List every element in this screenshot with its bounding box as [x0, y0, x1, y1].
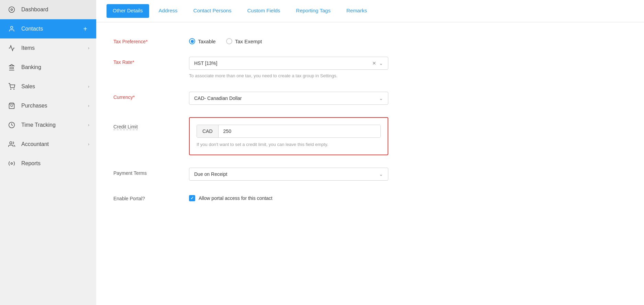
sidebar-item-dashboard-label: Dashboard [21, 7, 89, 13]
sidebar-item-contacts[interactable]: Contacts + [0, 19, 96, 38]
items-icon [7, 43, 16, 53]
svg-point-14 [11, 163, 13, 165]
sales-icon [7, 82, 16, 91]
time-tracking-chevron-icon: › [88, 123, 89, 127]
tax-rate-row: Tax Rate* HST [13%] ✕ ⌄ To associate mor… [113, 57, 627, 79]
tab-bar: Other Details Address Contact Persons Cu… [96, 0, 644, 22]
currency-select[interactable]: CAD- Canadian Dollar ⌄ [189, 92, 388, 105]
tab-custom-fields[interactable]: Custom Fields [241, 0, 286, 22]
currency-actions: ⌄ [379, 95, 383, 101]
items-chevron-icon: › [88, 46, 89, 50]
credit-limit-input-group: CAD [197, 125, 381, 138]
main-content: Other Details Address Contact Persons Cu… [96, 0, 644, 305]
tab-contact-persons[interactable]: Contact Persons [187, 0, 238, 22]
sidebar-item-contacts-label: Contacts [21, 26, 81, 32]
dashboard-icon [7, 5, 16, 14]
credit-limit-input[interactable] [219, 125, 380, 137]
credit-limit-control: CAD If you don't want to set a credit li… [189, 117, 388, 156]
svg-point-10 [14, 89, 14, 90]
sidebar-item-sales[interactable]: Sales › [0, 77, 96, 96]
contacts-add-button[interactable]: + [81, 25, 89, 33]
sidebar: Dashboard Contacts + Items › Banking [0, 0, 96, 305]
enable-portal-checkbox[interactable] [189, 195, 195, 201]
payment-terms-chevron-icon: ⌄ [379, 171, 383, 177]
purchases-chevron-icon: › [88, 103, 89, 108]
sidebar-item-time-tracking[interactable]: Time Tracking › [0, 115, 96, 135]
payment-terms-control: Due on Receipt ⌄ [189, 168, 388, 181]
svg-point-2 [11, 26, 13, 29]
credit-limit-label-wrapper: Credit Limit [113, 117, 189, 130]
tab-remarks[interactable]: Remarks [340, 0, 373, 22]
svg-point-9 [11, 89, 11, 90]
tax-rate-control: HST [13%] ✕ ⌄ To associate more than one… [189, 57, 388, 79]
sidebar-item-reports-label: Reports [21, 160, 89, 167]
tax-preference-radio-group: Taxable Tax Exempt [189, 36, 388, 44]
payment-terms-value: Due on Receipt [194, 171, 379, 177]
accountant-icon [7, 139, 16, 149]
credit-limit-box: CAD If you don't want to set a credit li… [189, 117, 388, 156]
tax-rate-clear-icon[interactable]: ✕ [372, 60, 376, 66]
tab-other-details[interactable]: Other Details [107, 4, 149, 18]
radio-taxable[interactable]: Taxable [189, 38, 216, 44]
sidebar-item-items-label: Items [21, 45, 88, 51]
radio-taxable-label: Taxable [198, 38, 216, 44]
currency-value: CAD- Canadian Dollar [194, 95, 379, 101]
currency-control: CAD- Canadian Dollar ⌄ [189, 92, 388, 105]
time-tracking-icon [7, 120, 16, 130]
tax-rate-select[interactable]: HST [13%] ✕ ⌄ [189, 57, 388, 70]
svg-point-1 [11, 9, 13, 11]
svg-point-13 [10, 142, 12, 144]
payment-terms-row: Payment Terms Due on Receipt ⌄ [113, 168, 627, 181]
sidebar-item-items[interactable]: Items › [0, 38, 96, 58]
sidebar-item-sales-label: Sales [21, 83, 88, 90]
sidebar-item-reports[interactable]: Reports [0, 154, 96, 173]
tax-rate-actions: ✕ ⌄ [372, 60, 383, 66]
currency-chevron-icon: ⌄ [379, 95, 383, 101]
tax-preference-control: Taxable Tax Exempt [189, 36, 388, 44]
credit-limit-row: Credit Limit CAD If you don't want to se… [113, 117, 627, 156]
tax-rate-chevron-icon: ⌄ [379, 60, 383, 66]
radio-tax-exempt-label: Tax Exempt [235, 38, 262, 44]
reports-icon [7, 159, 16, 168]
tab-address[interactable]: Address [153, 0, 184, 22]
enable-portal-control: Allow portal access for this contact [189, 193, 388, 201]
currency-row: Currency* CAD- Canadian Dollar ⌄ [113, 92, 627, 105]
svg-point-0 [9, 7, 15, 13]
form-area: Tax Preference* Taxable Tax Exempt Tax R… [96, 22, 644, 305]
tax-rate-value: HST [13%] [194, 60, 372, 66]
payment-terms-actions: ⌄ [379, 171, 383, 177]
sidebar-item-purchases-label: Purchases [21, 103, 88, 109]
credit-limit-hint: If you don't want to set a credit limit,… [197, 141, 381, 148]
sidebar-item-dashboard[interactable]: Dashboard [0, 0, 96, 19]
sidebar-item-accountant-label: Accountant [21, 141, 88, 147]
radio-tax-exempt-circle [226, 38, 232, 44]
radio-tax-exempt[interactable]: Tax Exempt [226, 38, 262, 44]
enable-portal-label: Enable Portal? [113, 193, 189, 201]
sales-chevron-icon: › [88, 84, 89, 89]
payment-terms-select[interactable]: Due on Receipt ⌄ [189, 168, 388, 181]
svg-marker-8 [9, 65, 14, 66]
radio-taxable-circle [189, 38, 195, 44]
enable-portal-row: Enable Portal? Allow portal access for t… [113, 193, 627, 201]
tax-rate-label: Tax Rate* [113, 57, 189, 65]
payment-terms-label: Payment Terms [113, 168, 189, 176]
sidebar-item-accountant[interactable]: Accountant › [0, 135, 96, 154]
tax-preference-row: Tax Preference* Taxable Tax Exempt [113, 36, 627, 44]
accountant-chevron-icon: › [88, 142, 89, 147]
credit-currency-code: CAD [197, 125, 219, 137]
contacts-icon [7, 24, 16, 34]
purchases-icon [7, 101, 16, 111]
sidebar-item-time-tracking-label: Time Tracking [21, 122, 88, 128]
banking-icon [7, 63, 16, 72]
sidebar-item-banking[interactable]: Banking [0, 58, 96, 77]
enable-portal-checkbox-option[interactable]: Allow portal access for this contact [189, 193, 388, 201]
sidebar-item-purchases[interactable]: Purchases › [0, 96, 96, 115]
enable-portal-checkbox-label: Allow portal access for this contact [199, 195, 273, 201]
currency-label: Currency* [113, 92, 189, 100]
credit-limit-label: Credit Limit [113, 124, 138, 130]
tax-rate-hint: To associate more than one tax, you need… [189, 72, 388, 79]
tab-reporting-tags[interactable]: Reporting Tags [290, 0, 337, 22]
tax-preference-label: Tax Preference* [113, 36, 189, 44]
sidebar-item-banking-label: Banking [21, 64, 89, 70]
